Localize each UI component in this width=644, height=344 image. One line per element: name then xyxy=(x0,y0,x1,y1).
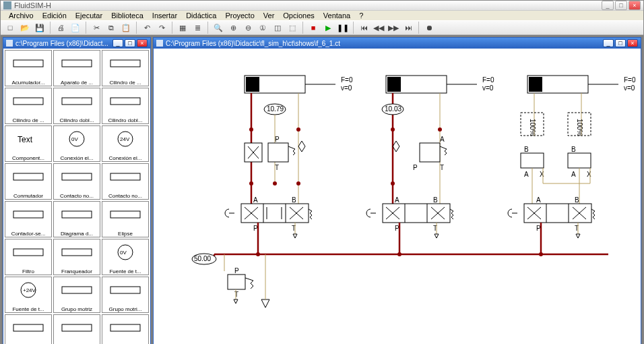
palette-max-button[interactable]: □ xyxy=(125,39,135,47)
prev-button[interactable]: ◀◀ xyxy=(372,21,385,34)
gauge-supply: 50.00 xyxy=(194,255,211,262)
palette-franqueador[interactable]: Franqueador xyxy=(53,239,100,275)
palette-conmutador[interactable]: Conmutador xyxy=(5,163,52,200)
menu-ejecutar[interactable]: Ejecutar xyxy=(71,11,106,20)
palette-text[interactable]: TextComponent... xyxy=(5,125,52,162)
palette-contacto-no-2[interactable]: Contacto no... xyxy=(102,163,149,200)
svg-text:100%: 100% xyxy=(529,119,536,136)
schematic-close-button[interactable]: × xyxy=(627,39,638,47)
redo-button[interactable]: ↷ xyxy=(155,21,168,34)
palette-fuente-24v[interactable]: +24VFuente de t... xyxy=(5,277,52,313)
schematic-titlebar[interactable]: C:\Program Files (x86)\Didactic\fl_sim_h… xyxy=(154,38,641,49)
canvas-viewport[interactable]: 50.00 P T xyxy=(154,49,641,344)
palette-indicador-ac[interactable]: Indicador ac... xyxy=(53,314,100,344)
play-button[interactable]: ▶ xyxy=(321,21,335,34)
palette-hidromotor[interactable]: Hidromotor xyxy=(5,314,52,344)
svg-point-100 xyxy=(539,252,543,256)
layers-button[interactable]: ≣ xyxy=(191,21,204,34)
svg-text:A: A xyxy=(571,171,576,178)
palette-cilindro-de-1[interactable]: Cilindro de ... xyxy=(102,50,149,86)
palette-fuente-0v[interactable]: 0VFuente de t... xyxy=(102,239,149,275)
sep xyxy=(136,22,137,34)
first-button[interactable]: ⏮ xyxy=(357,21,371,34)
svg-rect-85 xyxy=(521,153,544,168)
close-button[interactable]: × xyxy=(629,1,641,10)
palette-acumulador[interactable]: Acumulador... xyxy=(5,50,52,86)
palette-grid[interactable]: Acumulador...Aparato de ...Cilindro de .… xyxy=(3,49,150,344)
svg-rect-18 xyxy=(62,249,92,256)
menu-help[interactable]: ? xyxy=(355,11,367,20)
print-button[interactable]: 🖨 xyxy=(54,21,67,34)
save-button[interactable]: 💾 xyxy=(33,21,46,34)
zoom-region-button[interactable]: ⬚ xyxy=(286,21,299,34)
palette-window[interactable]: c:\Program Files (x86)\Didact... _ □ × A… xyxy=(3,37,151,344)
palette-contacto-no-1[interactable]: Contacto no... xyxy=(53,163,100,200)
palette-diagrama-d[interactable]: Diagrama d... xyxy=(53,201,100,237)
last-button[interactable]: ⏭ xyxy=(401,21,415,34)
palette-filtro[interactable]: Filtro xyxy=(5,239,52,275)
titlebar[interactable]: FluidSIM-H _ □ × xyxy=(1,1,643,11)
grid-button[interactable]: ▦ xyxy=(176,21,189,34)
minimize-button[interactable]: _ xyxy=(602,1,614,10)
menu-insertar[interactable]: Insertar xyxy=(148,11,181,20)
zoom-100-button[interactable]: ① xyxy=(256,21,269,34)
palette-close-button[interactable]: × xyxy=(137,39,148,47)
stop-button[interactable]: ■ xyxy=(307,21,320,34)
copy-button[interactable]: ⧉ xyxy=(104,21,118,34)
mdi-client: c:\Program Files (x86)\Didact... _ □ × A… xyxy=(1,35,643,344)
sep xyxy=(172,22,172,34)
sep xyxy=(50,22,51,34)
palette-conexion-0v[interactable]: 0VConexión el... xyxy=(53,125,100,162)
palette-cilindro-dobl-1[interactable]: Cilindro dobl... xyxy=(53,88,100,124)
record-button[interactable]: ⏺ xyxy=(422,21,436,34)
menu-didactica[interactable]: Didáctica xyxy=(182,11,220,20)
palette-label: Cilindro dobl... xyxy=(54,117,100,123)
svg-rect-40 xyxy=(268,143,288,162)
new-button[interactable]: □ xyxy=(3,21,17,34)
svg-point-38 xyxy=(273,181,277,185)
svg-rect-14 xyxy=(13,211,43,218)
pause-button[interactable]: ❚❚ xyxy=(336,21,350,34)
palette-titlebar[interactable]: c:\Program Files (x86)\Didact... _ □ × xyxy=(3,38,150,49)
next-button[interactable]: ▶▶ xyxy=(387,21,400,34)
menu-biblioteca[interactable]: Biblioteca xyxy=(107,11,148,20)
preview-button[interactable]: 📄 xyxy=(69,21,82,34)
svg-text:B: B xyxy=(575,196,579,204)
palette-conexion-24v[interactable]: 24VConexión el... xyxy=(102,125,149,162)
menu-ventana[interactable]: Ventana xyxy=(319,11,354,20)
palette-min-button[interactable]: _ xyxy=(112,39,123,47)
palette-label: Cilindro dobl... xyxy=(102,117,148,123)
svg-text:X: X xyxy=(587,171,591,178)
palette-grupo-motriz-2[interactable]: Grupo motri... xyxy=(102,277,149,313)
schematic-min-button[interactable]: _ xyxy=(603,39,614,47)
schematic-canvas[interactable]: 50.00 P T xyxy=(154,49,639,339)
palette-grupo-motriz-1[interactable]: Grupo motriz xyxy=(53,277,100,313)
menu-opciones[interactable]: Opciones xyxy=(279,11,318,20)
zoom-sel-button[interactable]: ◫ xyxy=(271,21,284,34)
schematic-window[interactable]: C:\Program Files (x86)\Didactic\fl_sim_h… xyxy=(153,37,641,344)
palette-indicador-lu[interactable]: Indicador lu... xyxy=(102,314,149,344)
svg-rect-11 xyxy=(13,173,43,180)
paste-button[interactable]: 📋 xyxy=(119,21,133,34)
cut-button[interactable]: ✂ xyxy=(90,21,103,34)
schematic-max-button[interactable]: □ xyxy=(615,39,626,47)
palette-contador-se[interactable]: Contador-se... xyxy=(5,201,52,237)
zoom-fit-button[interactable]: 🔍 xyxy=(212,21,225,34)
menu-ver[interactable]: Ver xyxy=(259,11,279,20)
palette-cilindro-dobl-2[interactable]: Cilindro dobl... xyxy=(102,88,149,124)
menu-edicion[interactable]: Edición xyxy=(38,11,71,20)
menu-archivo[interactable]: Archivo xyxy=(5,11,38,20)
palette-aparato-de[interactable]: Aparato de ... xyxy=(53,50,100,86)
undo-button[interactable]: ↶ xyxy=(140,21,154,34)
palette-elipse[interactable]: Elipse xyxy=(102,201,149,237)
svg-rect-27 xyxy=(110,324,140,331)
zoom-out-button[interactable]: ⊖ xyxy=(241,21,255,34)
svg-text:A: A xyxy=(395,196,399,204)
palette-label: Contador-se... xyxy=(5,231,51,237)
palette-cilindro-de-2[interactable]: Cilindro de ... xyxy=(5,88,52,124)
zoom-in-button[interactable]: ⊕ xyxy=(226,21,240,34)
open-button[interactable]: 📂 xyxy=(18,21,32,34)
menu-proyecto[interactable]: Proyecto xyxy=(221,11,258,20)
svg-text:A: A xyxy=(253,196,258,204)
maximize-button[interactable]: □ xyxy=(615,1,627,10)
